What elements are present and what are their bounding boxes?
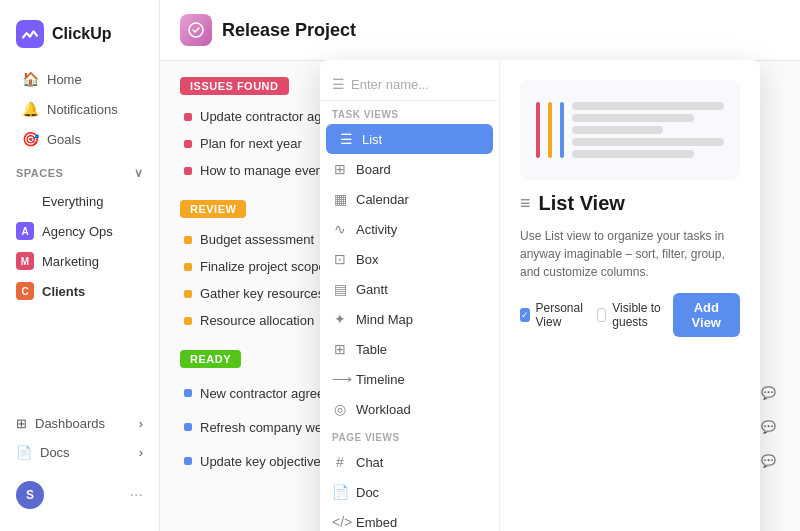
space-label: Clients	[42, 284, 85, 299]
marketing-avatar: M	[16, 252, 34, 270]
task-dot	[184, 167, 192, 175]
personal-view-checkbox[interactable]: ✓ Personal View	[520, 301, 587, 329]
chat-icon: #	[332, 454, 348, 470]
dropdown-item-timeline[interactable]: ⟶ Timeline	[320, 364, 499, 394]
workload-icon: ◎	[332, 401, 348, 417]
sidebar-item-label: Notifications	[47, 102, 118, 117]
panel-title: ≡ List View	[520, 192, 740, 215]
group-label-review: REVIEW	[180, 200, 246, 218]
sidebar-item-docs[interactable]: 📄 Docs ›	[0, 438, 159, 467]
sidebar-item-label: Home	[47, 72, 82, 87]
list-view-icon: ≡	[520, 193, 531, 214]
dropdown-item-doc[interactable]: 📄 Doc	[320, 477, 499, 507]
everything-icon: ☰	[16, 192, 34, 210]
view-dropdown: ☰ TASK VIEWS ☰ List ⊞ Board ▦ Calendar ∿…	[320, 60, 760, 531]
chevron-icon: ∨	[134, 166, 144, 180]
logo-text: ClickUp	[52, 25, 112, 43]
space-label: Agency Ops	[42, 224, 113, 239]
group-label-issues: ISSUES FOUND	[180, 77, 289, 95]
checkbox-checked: ✓	[520, 308, 530, 322]
sidebar-item-everything[interactable]: ☰ Everything	[6, 186, 153, 216]
dropdown-item-gantt[interactable]: ▤ Gantt	[320, 274, 499, 304]
dropdown-search-area[interactable]: ☰	[320, 68, 499, 101]
task-dot	[184, 423, 192, 431]
dropdown-item-workload[interactable]: ◎ Workload	[320, 394, 499, 424]
main-header: Release Project	[160, 0, 800, 61]
spaces-list: ☰ Everything A Agency Ops M Marketing C …	[0, 186, 159, 306]
user-avatar: S	[16, 481, 44, 509]
task-dot	[184, 140, 192, 148]
space-label: Everything	[42, 194, 103, 209]
color-bar-yellow	[548, 102, 552, 158]
task-views-label: TASK VIEWS	[320, 101, 499, 124]
dropdown-item-board[interactable]: ⊞ Board	[320, 154, 499, 184]
calendar-icon: ▦	[332, 191, 348, 207]
task-dot	[184, 236, 192, 244]
task-dot	[184, 113, 192, 121]
main-area: Release Project ISSUES FOUND Update cont…	[160, 0, 800, 531]
list-icon: ☰	[338, 131, 354, 147]
clickup-logo-icon	[16, 20, 44, 48]
gantt-icon: ▤	[332, 281, 348, 297]
user-row[interactable]: S ···	[0, 471, 159, 519]
dropdown-search-input[interactable]	[351, 77, 487, 92]
activity-icon: ∿	[332, 221, 348, 237]
checkbox-empty	[597, 308, 606, 322]
sidebar-item-dashboards[interactable]: ⊞ Dashboards ›	[0, 409, 159, 438]
add-view-button[interactable]: Add View	[673, 293, 740, 337]
sidebar-item-clients[interactable]: C Clients	[6, 276, 153, 306]
task-dot	[184, 290, 192, 298]
sidebar-item-notifications[interactable]: 🔔 Notifications	[6, 94, 153, 124]
mindmap-icon: ✦	[332, 311, 348, 327]
color-bar-red	[536, 102, 540, 158]
dropdown-right-panel: ≡ List View Use List view to organize yo…	[500, 60, 760, 531]
dropdown-item-table[interactable]: ⊞ Table	[320, 334, 499, 364]
sidebar-item-marketing[interactable]: M Marketing	[6, 246, 153, 276]
clients-avatar: C	[16, 282, 34, 300]
project-icon	[180, 14, 212, 46]
agency-avatar: A	[16, 222, 34, 240]
dropdown-item-calendar[interactable]: ▦ Calendar	[320, 184, 499, 214]
dropdown-item-mindmap[interactable]: ✦ Mind Map	[320, 304, 499, 334]
docs-icon: 📄	[16, 445, 32, 460]
dropdown-item-box[interactable]: ⊡ Box	[320, 244, 499, 274]
dropdown-item-activity[interactable]: ∿ Activity	[320, 214, 499, 244]
embed-icon: </>	[332, 514, 348, 530]
sidebar-bottom: ⊞ Dashboards › 📄 Docs › S ···	[0, 409, 159, 519]
dropdown-item-chat[interactable]: # Chat	[320, 447, 499, 477]
visible-guests-checkbox[interactable]: Visible to guests	[597, 301, 662, 329]
logo-area: ClickUp	[0, 12, 159, 64]
task-dot	[184, 263, 192, 271]
space-label: Marketing	[42, 254, 99, 269]
task-dot	[184, 457, 192, 465]
color-bar-blue	[560, 102, 564, 158]
dropdown-item-embed[interactable]: </> Embed	[320, 507, 499, 531]
bell-icon: 🔔	[22, 101, 39, 117]
sidebar-item-goals[interactable]: 🎯 Goals	[6, 124, 153, 154]
chevron-right-icon: ›	[139, 445, 143, 460]
task-dot	[184, 317, 192, 325]
sidebar-item-home[interactable]: 🏠 Home	[6, 64, 153, 94]
sidebar: ClickUp 🏠 Home 🔔 Notifications 🎯 Goals S…	[0, 0, 160, 531]
sidebar-item-agency[interactable]: A Agency Ops	[6, 216, 153, 246]
dropdown-item-list[interactable]: ☰ List	[326, 124, 493, 154]
svg-rect-0	[16, 20, 44, 48]
chat-icon: 💬	[761, 454, 776, 468]
spaces-header: Spaces ∨	[0, 154, 159, 186]
list-preview-visual	[536, 102, 724, 158]
panel-preview	[520, 80, 740, 180]
sidebar-item-label: Goals	[47, 132, 81, 147]
chevron-right-icon: ›	[139, 416, 143, 431]
board-icon: ⊞	[332, 161, 348, 177]
group-label-ready: READY	[180, 350, 241, 368]
dropdown-left-panel: ☰ TASK VIEWS ☰ List ⊞ Board ▦ Calendar ∿…	[320, 60, 500, 531]
page-views-label: PAGE VIEWS	[320, 424, 499, 447]
project-title: Release Project	[222, 20, 356, 41]
panel-description: Use List view to organize your tasks in …	[520, 227, 740, 281]
panel-footer: ✓ Personal View Visible to guests Add Vi…	[520, 293, 740, 337]
list-icon: ☰	[332, 76, 345, 92]
goal-icon: 🎯	[22, 131, 39, 147]
chat-icon: 💬	[761, 386, 776, 400]
user-menu-dots: ···	[130, 486, 143, 504]
table-icon: ⊞	[332, 341, 348, 357]
